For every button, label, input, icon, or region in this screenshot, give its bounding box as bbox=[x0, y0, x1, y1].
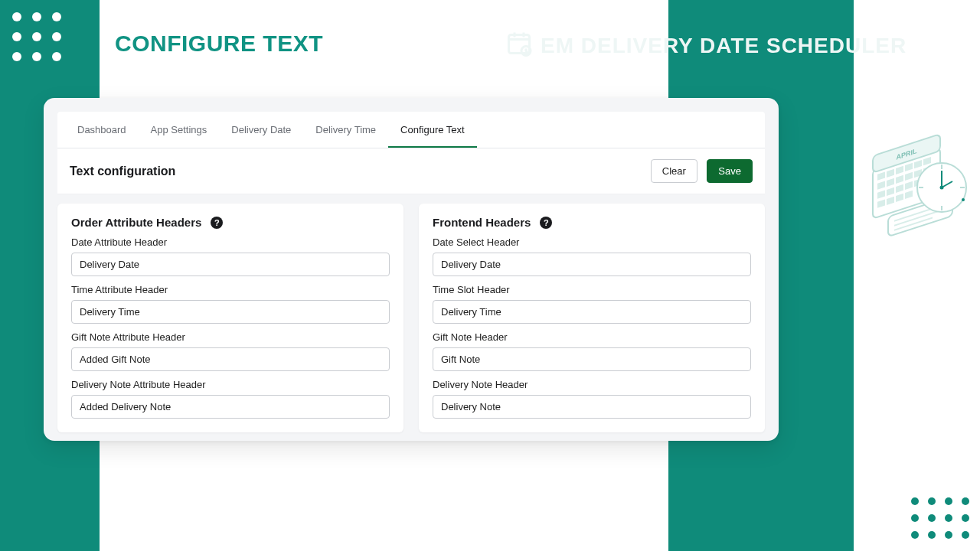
save-button[interactable]: Save bbox=[707, 159, 753, 183]
tab-configure-text[interactable]: Configure Text bbox=[388, 112, 477, 148]
help-icon[interactable]: ? bbox=[540, 217, 552, 229]
tab-delivery-date[interactable]: Delivery Date bbox=[219, 112, 303, 148]
svg-point-39 bbox=[962, 198, 965, 201]
date-select-header-input[interactable] bbox=[433, 253, 751, 276]
tab-delivery-time[interactable]: Delivery Time bbox=[303, 112, 388, 148]
tab-app-settings[interactable]: App Settings bbox=[139, 112, 220, 148]
section-buttons: Clear Save bbox=[651, 159, 753, 183]
frontend-headers-panel: Frontend Headers ? Date Select Header Ti… bbox=[419, 204, 765, 432]
gift-note-header-input[interactable] bbox=[433, 347, 751, 371]
dot-grid-bottom-right bbox=[911, 497, 969, 539]
field-label: Date Attribute Header bbox=[71, 236, 390, 248]
delivery-note-header-input[interactable] bbox=[433, 395, 751, 419]
section-header-bar: Text configuration Clear Save bbox=[57, 148, 765, 194]
delivery-note-attribute-header-input[interactable] bbox=[71, 395, 390, 419]
field-label: Time Slot Header bbox=[433, 284, 751, 295]
time-attribute-header-input[interactable] bbox=[71, 300, 390, 324]
field-label: Delivery Note Attribute Header bbox=[71, 379, 390, 390]
field-label: Time Attribute Header bbox=[71, 284, 390, 295]
tab-dashboard[interactable]: Dashboard bbox=[65, 112, 139, 148]
clear-button[interactable]: Clear bbox=[651, 159, 697, 183]
page-title: CONFIGURE TEXT bbox=[115, 31, 323, 57]
frontend-headers-title: Frontend Headers bbox=[433, 216, 531, 229]
calendar-icon bbox=[505, 29, 533, 62]
panels-row: Order Attribute Headers ? Date Attribute… bbox=[57, 204, 765, 432]
dot-grid-top-left bbox=[12, 12, 61, 61]
product-watermark: EM DELIVERY DATE SCHEDULER bbox=[505, 29, 906, 62]
tab-bar: Dashboard App Settings Delivery Date Del… bbox=[57, 112, 765, 148]
date-attribute-header-input[interactable] bbox=[71, 253, 390, 276]
time-slot-header-input[interactable] bbox=[433, 300, 751, 324]
calendar-clock-illustration: APRIL bbox=[865, 126, 972, 256]
config-card: Dashboard App Settings Delivery Date Del… bbox=[44, 98, 779, 441]
field-label: Gift Note Header bbox=[433, 331, 751, 343]
field-label: Gift Note Attribute Header bbox=[71, 331, 390, 343]
product-name-text: EM DELIVERY DATE SCHEDULER bbox=[541, 34, 906, 58]
order-attribute-headers-panel: Order Attribute Headers ? Date Attribute… bbox=[57, 204, 403, 432]
help-icon[interactable]: ? bbox=[211, 217, 223, 229]
field-label: Delivery Note Header bbox=[433, 379, 751, 390]
order-attribute-headers-title: Order Attribute Headers bbox=[71, 216, 201, 229]
gift-note-attribute-header-input[interactable] bbox=[71, 347, 390, 371]
section-title: Text configuration bbox=[70, 165, 175, 178]
field-label: Date Select Header bbox=[433, 236, 751, 248]
